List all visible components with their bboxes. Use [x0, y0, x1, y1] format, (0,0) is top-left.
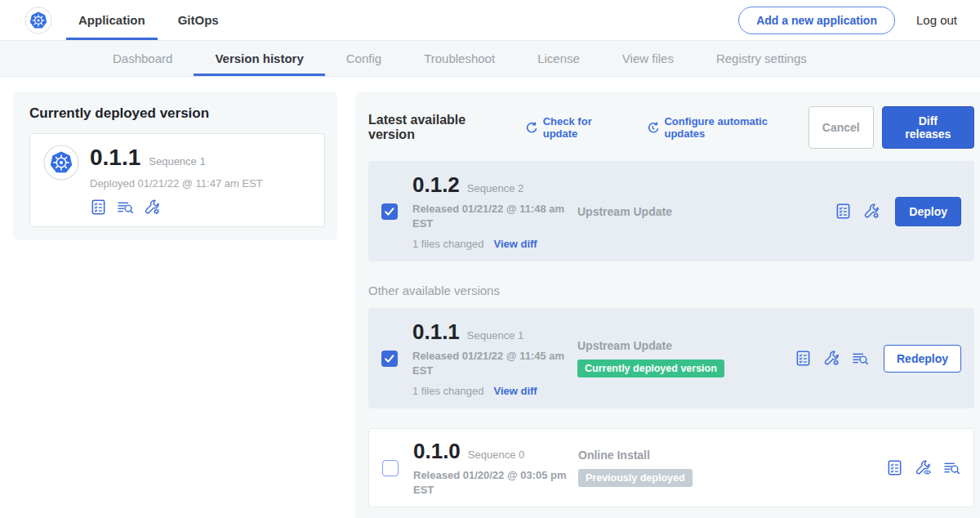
available-versions-panel: Latest available version Check for updat… [355, 92, 980, 518]
deploy-logs-icon[interactable] [117, 199, 134, 216]
preflight-checks-icon[interactable] [90, 199, 107, 216]
check-for-update-link[interactable]: Check for update [524, 115, 628, 140]
tab-gitops-label: GitOps [178, 13, 219, 27]
released-timestamp: Released 01/21/22 @ 11:45 am EST [412, 349, 568, 377]
app-logo-icon [43, 145, 79, 181]
preflight-checks-icon[interactable] [835, 203, 852, 220]
preflight-checks-icon[interactable] [886, 459, 903, 476]
released-timestamp: Released 01/21/22 @ 11:48 am EST [412, 202, 568, 230]
subtab-config-label: Config [346, 51, 381, 65]
subtab-dashboard-label: Dashboard [113, 51, 172, 65]
currently-deployed-badge: Currently deployed version [577, 359, 724, 377]
subtab-view-files[interactable]: View files [601, 41, 695, 76]
subtab-version-history[interactable]: Version history [194, 41, 324, 76]
topnav-right-actions: Add a new application Log out [738, 0, 957, 40]
kubernetes-logo-icon [24, 7, 52, 34]
top-navigation: Application GitOps Add a new application… [0, 0, 980, 41]
deploy-logs-icon[interactable] [852, 350, 869, 367]
version-row-0-1-2: 0.1.2 Sequence 2 Released 01/21/22 @ 11:… [368, 161, 974, 261]
subtab-config[interactable]: Config [325, 41, 403, 76]
files-changed-label: 1 files changed [412, 238, 483, 250]
logout-link[interactable]: Log out [916, 13, 957, 27]
diff-releases-button[interactable]: Diff releases [882, 106, 974, 149]
version-checkbox-checked[interactable] [381, 203, 398, 220]
edit-config-icon[interactable] [863, 203, 880, 220]
previously-deployed-badge: Previously deployed [578, 469, 693, 487]
edit-config-icon[interactable] [144, 199, 161, 216]
check-for-update-label: Check for update [543, 115, 628, 140]
main-content: Currently deployed version 0.1.1 Sequenc… [0, 77, 980, 518]
refresh-icon [524, 121, 538, 135]
version-row-0-1-0: 0.1.0 Sequence 0 Released 01/20/22 @ 03:… [368, 428, 974, 507]
tab-application-label: Application [78, 13, 145, 27]
sequence-label: Sequence 1 [467, 329, 523, 342]
currently-deployed-panel: Currently deployed version 0.1.1 Sequenc… [13, 92, 337, 240]
deployed-version-number: 0.1.1 [90, 145, 140, 171]
subtab-view-files-label: View files [622, 51, 674, 65]
add-application-button[interactable]: Add a new application [738, 7, 895, 34]
version-source-label: Upstream Update [577, 339, 795, 352]
files-changed-label: 1 files changed [412, 385, 483, 397]
tab-application[interactable]: Application [66, 0, 158, 40]
version-source-label: Upstream Update [577, 205, 795, 218]
sequence-label: Sequence 0 [468, 449, 524, 461]
view-diff-link[interactable]: View diff [493, 385, 537, 397]
version-row-0-1-1: 0.1.1 Sequence 1 Released 01/21/22 @ 11:… [368, 308, 974, 409]
view-diff-link[interactable]: View diff [493, 238, 537, 250]
released-timestamp: Released 01/20/22 @ 03:05 pm EST [413, 468, 568, 497]
deployed-version-card: 0.1.1 Sequence 1 Deployed 01/21/22 @ 11:… [29, 133, 325, 227]
deployed-sequence-label: Sequence 1 [149, 155, 205, 167]
version-number: 0.1.0 [413, 439, 461, 464]
app-sub-navigation: Dashboard Version history Config Trouble… [0, 41, 980, 77]
redeploy-button[interactable]: Redeploy [884, 345, 961, 373]
subtab-troubleshoot[interactable]: Troubleshoot [403, 41, 516, 76]
subtab-registry-settings[interactable]: Registry settings [695, 41, 828, 76]
deployed-timestamp: Deployed 01/21/22 @ 11:47 am EST [90, 177, 263, 190]
version-number: 0.1.2 [412, 172, 460, 198]
version-checkbox-unchecked[interactable] [382, 460, 399, 476]
version-number: 0.1.1 [412, 319, 460, 345]
deploy-logs-icon[interactable] [943, 459, 960, 476]
configure-updates-link[interactable]: Configure automatic updates [646, 115, 808, 140]
preflight-checks-icon[interactable] [795, 350, 812, 367]
latest-available-title: Latest available version [368, 113, 513, 142]
cancel-button[interactable]: Cancel [808, 106, 874, 149]
subtab-version-history-label: Version history [215, 51, 303, 65]
view-config-icon[interactable] [915, 459, 932, 476]
version-checkbox-checked[interactable] [381, 351, 398, 367]
configure-updates-label: Configure automatic updates [664, 115, 808, 140]
deploy-button[interactable]: Deploy [895, 197, 961, 226]
subtab-troubleshoot-label: Troubleshoot [424, 51, 495, 65]
currently-deployed-title: Currently deployed version [29, 105, 325, 122]
subtab-registry-settings-label: Registry settings [716, 51, 807, 65]
subtab-license-label: License [537, 51, 580, 65]
schedule-update-icon [646, 121, 660, 135]
version-source-label: Online Install [578, 449, 795, 462]
subtab-dashboard[interactable]: Dashboard [91, 41, 194, 76]
other-versions-heading: Other available versions [368, 284, 974, 297]
sequence-label: Sequence 2 [467, 182, 523, 194]
subtab-license[interactable]: License [516, 41, 601, 76]
edit-config-icon[interactable] [823, 350, 840, 367]
tab-gitops[interactable]: GitOps [166, 0, 231, 40]
available-versions-header: Latest available version Check for updat… [368, 106, 974, 149]
